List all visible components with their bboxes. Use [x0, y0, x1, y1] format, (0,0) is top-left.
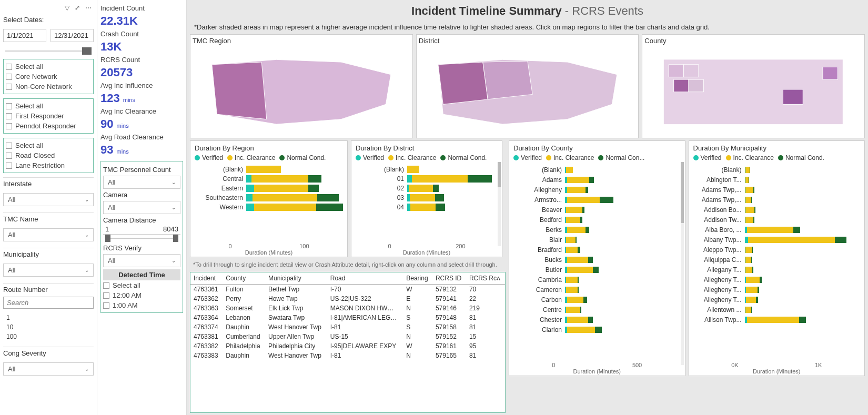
- table-header[interactable]: Incident: [190, 272, 223, 285]
- bar-row[interactable]: Allegheny T...: [693, 286, 861, 294]
- checkbox-icon[interactable]: [103, 302, 109, 309]
- bar-row[interactable]: Allegany T...: [693, 266, 861, 274]
- table-row[interactable]: 4763383DauphinWest Hanover TwpI-81N57916…: [190, 351, 505, 360]
- list-item[interactable]: 10: [6, 322, 90, 332]
- bar-row[interactable]: Southeastern: [195, 194, 343, 201]
- checklist-item[interactable]: First Responder: [6, 111, 91, 121]
- table-header[interactable]: County: [223, 272, 265, 285]
- table-row[interactable]: 4763374DauphinWest Hanover TwpI-81S57915…: [190, 322, 505, 332]
- bar-row[interactable]: Aleppo Twp...: [693, 246, 861, 254]
- checklist-item[interactable]: Lane Restriction: [6, 160, 91, 170]
- table-row[interactable]: 4763364LebanonSwatara TwpI-81|AMERICAN L…: [190, 313, 505, 322]
- table-row[interactable]: 4763363SomersetElk Lick TwpMASON DIXON H…: [190, 303, 505, 313]
- bar-row[interactable]: Addison Bo...: [693, 206, 861, 214]
- bar-row[interactable]: (Blank): [195, 166, 343, 173]
- bar-row[interactable]: Cambria: [513, 276, 681, 284]
- cong-dropdown[interactable]: All⌄: [3, 362, 94, 376]
- table-header[interactable]: Bearing: [403, 272, 432, 285]
- bar-row[interactable]: Aliquippa C...: [693, 256, 861, 264]
- bar-row[interactable]: Western: [195, 204, 343, 211]
- camera-dropdown[interactable]: All⌄: [103, 201, 180, 214]
- bar-row[interactable]: Albany Twp...: [693, 236, 861, 244]
- checklist-item[interactable]: Core Network: [6, 72, 91, 82]
- table-row[interactable]: 4763361FultonBethel TwpI-70W57913270: [190, 285, 505, 295]
- bar-row[interactable]: Armstro...: [513, 196, 681, 204]
- checkbox-icon[interactable]: [6, 113, 12, 119]
- bar-row[interactable]: Allegheny: [513, 186, 681, 194]
- cam-dist-slider[interactable]: [103, 235, 180, 242]
- checkbox-icon[interactable]: [6, 74, 12, 80]
- interstate-dropdown[interactable]: All⌄: [3, 193, 94, 206]
- checklist-item[interactable]: Select all: [6, 62, 91, 72]
- bar-row[interactable]: Eastern: [195, 185, 343, 192]
- slicer-responder[interactable]: Select allFirst ResponderPenndot Respond…: [3, 98, 94, 134]
- bar-row[interactable]: Clarion: [513, 326, 681, 334]
- table-row[interactable]: 4763381CumberlandUpper Allen TwpUS-15N57…: [190, 332, 505, 341]
- table-header[interactable]: RCRS ID: [432, 272, 466, 285]
- table-header[interactable]: RCRS Rcʌ: [466, 272, 505, 285]
- checklist-item[interactable]: Non-Core Network: [6, 82, 91, 92]
- chart-region[interactable]: Duration By Region Verified Inc. Clearan…: [190, 140, 348, 257]
- verify-dropdown[interactable]: All⌄: [103, 254, 180, 267]
- municipality-dropdown[interactable]: All⌄: [3, 264, 94, 277]
- bar-row[interactable]: Adams: [513, 176, 681, 184]
- bar-row[interactable]: (Blank): [693, 166, 861, 174]
- cam-dist-range[interactable]: 18043: [103, 224, 180, 235]
- slicer-network[interactable]: Select allCore NetworkNon-Core Network: [3, 59, 94, 94]
- personnel-dropdown[interactable]: All⌄: [103, 176, 180, 189]
- map-tmc-region[interactable]: TMC Region: [190, 34, 413, 138]
- checkbox-icon[interactable]: [6, 143, 12, 149]
- bar-row[interactable]: 04: [356, 204, 498, 211]
- map-district[interactable]: District: [416, 34, 639, 138]
- chart-municipality[interactable]: Duration By Municipality Verified Inc. C…: [689, 140, 865, 376]
- bar-row[interactable]: 01: [356, 175, 498, 183]
- table-header[interactable]: Road: [327, 272, 403, 285]
- route-list[interactable]: 110100: [3, 312, 94, 342]
- slicer-road[interactable]: Select allRoad ClosedLane Restriction: [3, 138, 94, 173]
- checkbox-icon[interactable]: [6, 84, 12, 90]
- bar-row[interactable]: Blair: [513, 236, 681, 244]
- bar-row[interactable]: Central: [195, 175, 343, 183]
- chart-district[interactable]: Duration By District Verified Inc. Clear…: [351, 140, 502, 257]
- bar-row[interactable]: Butler: [513, 266, 681, 274]
- bar-row[interactable]: Centre: [513, 306, 681, 314]
- checkbox-icon[interactable]: [6, 64, 12, 70]
- date-slider[interactable]: [3, 47, 94, 55]
- bar-row[interactable]: 02: [356, 185, 498, 192]
- checkbox-icon[interactable]: [6, 163, 12, 169]
- checkbox-icon[interactable]: [6, 123, 12, 129]
- checkbox-icon[interactable]: [6, 153, 12, 159]
- chart-county[interactable]: Duration By County Verified Inc. Clearan…: [509, 140, 685, 376]
- route-search-input[interactable]: [3, 297, 94, 309]
- scrollbar[interactable]: [498, 162, 501, 246]
- bar-row[interactable]: Adams Twp,...: [693, 196, 861, 204]
- incidents-table[interactable]: IncidentCountyMunicipalityRoadBearingRCR…: [190, 272, 506, 413]
- bar-row[interactable]: 03: [356, 194, 498, 201]
- bar-row[interactable]: Carbon: [513, 296, 681, 304]
- checkbox-icon[interactable]: [103, 282, 109, 289]
- checklist-item[interactable]: Penndot Responder: [6, 121, 91, 131]
- checklist-item[interactable]: 12:00 AM: [103, 290, 180, 300]
- list-item[interactable]: 1: [6, 313, 90, 322]
- scrollbar[interactable]: [681, 162, 684, 365]
- bar-row[interactable]: Allegheny T...: [693, 296, 861, 304]
- bar-row[interactable]: Cameron: [513, 286, 681, 294]
- table-row[interactable]: 4763362PerryHowe TwpUS-22|US-322E5791412…: [190, 294, 505, 303]
- bar-row[interactable]: (Blank): [356, 166, 498, 173]
- bar-row[interactable]: Addison Tw...: [693, 216, 861, 224]
- bar-row[interactable]: Berks: [513, 226, 681, 234]
- bar-row[interactable]: Bradford: [513, 246, 681, 254]
- checklist-item[interactable]: 1:00 AM: [103, 300, 180, 310]
- focus-icon[interactable]: ⤢: [75, 4, 80, 12]
- checklist-item[interactable]: Select all: [6, 101, 91, 111]
- filter-icon[interactable]: ▽: [65, 4, 69, 12]
- date-from[interactable]: 1/1/2021: [3, 29, 46, 42]
- bar-row[interactable]: Bucks: [513, 256, 681, 264]
- tmc-dropdown[interactable]: All⌄: [3, 228, 94, 241]
- bar-row[interactable]: Allison Twp...: [693, 316, 861, 324]
- bar-row[interactable]: (Blank): [513, 166, 681, 174]
- checklist-item[interactable]: Select all: [6, 140, 91, 150]
- bar-row[interactable]: Chester: [513, 316, 681, 324]
- bar-row[interactable]: Adams Twp,...: [693, 186, 861, 194]
- date-to[interactable]: 12/31/2021: [51, 29, 94, 42]
